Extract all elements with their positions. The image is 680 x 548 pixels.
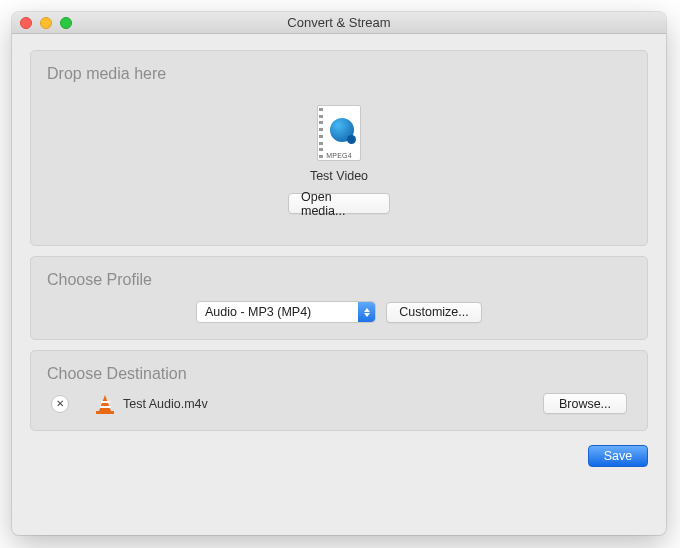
- media-filename: Test Video: [310, 169, 368, 183]
- save-button[interactable]: Save: [588, 445, 648, 467]
- zoom-window-button[interactable]: [60, 17, 72, 29]
- footer: Save: [30, 441, 648, 467]
- choose-destination-title: Choose Destination: [47, 365, 631, 383]
- x-icon: ✕: [56, 398, 64, 409]
- drop-media-title: Drop media here: [47, 65, 166, 83]
- clear-destination-button[interactable]: ✕: [51, 395, 69, 413]
- open-media-button[interactable]: Open media...: [288, 193, 390, 214]
- window-title: Convert & Stream: [287, 15, 390, 30]
- titlebar: Convert & Stream: [12, 12, 666, 34]
- choose-profile-panel: Choose Profile Audio - MP3 (MP4) Customi…: [30, 256, 648, 340]
- vlc-icon: [97, 395, 113, 413]
- convert-stream-window: Convert & Stream Drop media here MPEG4 T…: [12, 12, 666, 535]
- window-controls: [20, 17, 72, 29]
- file-format-label: MPEG4: [318, 152, 360, 159]
- close-window-button[interactable]: [20, 17, 32, 29]
- browse-button[interactable]: Browse...: [543, 393, 627, 414]
- drop-media-panel[interactable]: Drop media here MPEG4 Test Video Open me…: [30, 50, 648, 246]
- minimize-window-button[interactable]: [40, 17, 52, 29]
- media-file-icon: MPEG4: [317, 105, 361, 161]
- content-area: Drop media here MPEG4 Test Video Open me…: [12, 34, 666, 535]
- destination-filename: Test Audio.m4v: [123, 397, 208, 411]
- choose-profile-title: Choose Profile: [47, 271, 631, 289]
- profile-select-value: Audio - MP3 (MP4): [205, 305, 311, 319]
- profile-select[interactable]: Audio - MP3 (MP4): [196, 301, 376, 323]
- choose-destination-panel: Choose Destination ✕ Test Audio.m4v Brow…: [30, 350, 648, 431]
- customize-button[interactable]: Customize...: [386, 302, 482, 323]
- dropdown-arrows-icon: [358, 302, 375, 322]
- quicktime-icon: [330, 118, 354, 142]
